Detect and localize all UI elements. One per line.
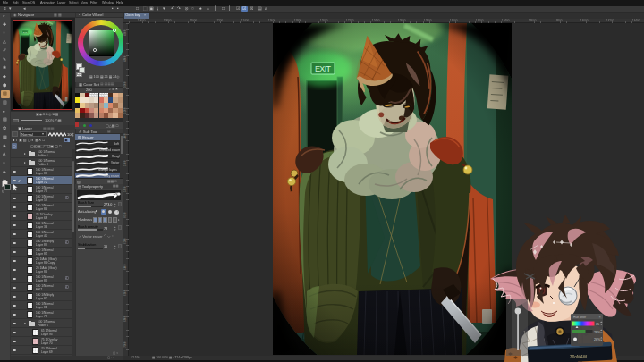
svg-text:Z0oMAW: Z0oMAW [570, 355, 588, 359]
svg-text:28%: 28% [594, 331, 601, 334]
svg-text:26%: 26% [594, 338, 601, 341]
svg-text:Hue Jitter: Hue Jitter [573, 316, 587, 319]
svg-text:65: 65 [596, 323, 599, 326]
